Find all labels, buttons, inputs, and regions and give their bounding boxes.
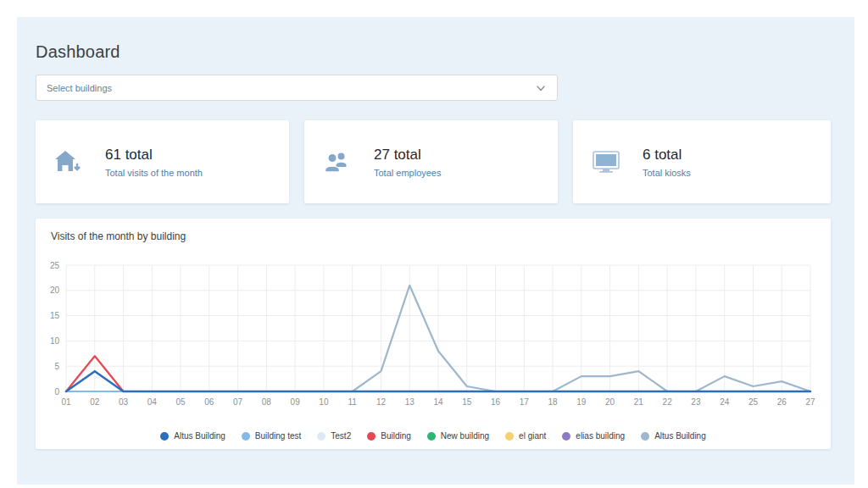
legend-dot <box>242 432 250 441</box>
buildings-select-placeholder: Select buildings <box>47 83 112 93</box>
x-tick-label: 11 <box>348 397 357 407</box>
legend-item-building[interactable]: Building <box>367 431 411 441</box>
legend-dot <box>562 432 570 441</box>
x-tick-label: 23 <box>691 397 701 407</box>
x-tick-label: 19 <box>576 397 587 407</box>
stat-text: 61 total Total visits of the month <box>105 147 203 178</box>
legend-label: Building <box>381 431 411 441</box>
dashboard-panel: Dashboard Select buildings 61 total Tota… <box>17 17 854 485</box>
x-tick-label: 08 <box>262 397 272 407</box>
x-tick-label: 14 <box>433 397 443 407</box>
legend-label: Test2 <box>331 431 351 441</box>
stat-card-visits: 61 total Total visits of the month <box>36 120 289 203</box>
x-tick-label: 05 <box>176 397 186 407</box>
x-tick-label: 21 <box>634 397 644 407</box>
home-icon <box>54 149 83 175</box>
legend-item-test2[interactable]: Test2 <box>317 431 351 441</box>
x-tick-label: 27 <box>805 397 815 407</box>
x-tick-label: 20 <box>605 397 615 407</box>
legend-item-el-giant[interactable]: el giant <box>505 431 546 441</box>
x-tick-label: 12 <box>376 397 387 407</box>
y-tick-label: 20 <box>50 286 60 295</box>
y-tick-label: 5 <box>54 362 59 371</box>
stat-card-employees: 27 total Total employees <box>304 120 558 203</box>
legend-item-new-building[interactable]: New building <box>427 431 489 441</box>
legend-label: el giant <box>519 431 546 441</box>
legend-item-elias-building[interactable]: elias building <box>562 431 625 441</box>
stat-value: 27 total <box>374 147 442 164</box>
stat-cards-row: 61 total Total visits of the month 27 to… <box>36 120 836 203</box>
stat-label: Total employees <box>374 168 442 178</box>
legend-item-altus-building[interactable]: Altus Building <box>641 431 706 441</box>
stat-value: 6 total <box>643 147 691 164</box>
monitor-icon <box>592 149 620 175</box>
x-tick-label: 17 <box>520 397 530 407</box>
x-tick-label: 07 <box>233 397 243 407</box>
x-tick-label: 16 <box>491 397 501 407</box>
x-tick-label: 02 <box>90 397 100 407</box>
y-tick-label: 10 <box>50 336 60 346</box>
x-tick-label: 25 <box>748 397 759 407</box>
chart-legend: Altus BuildingBuilding testTest2Building… <box>36 431 831 441</box>
stat-label: Total kiosks <box>643 168 691 178</box>
legend-label: New building <box>441 431 489 441</box>
visits-chart-card: Visits of the month by building 01020304… <box>36 219 831 449</box>
x-tick-label: 04 <box>147 397 158 407</box>
chart-title: Visits of the month by building <box>51 230 186 242</box>
x-tick-label: 03 <box>119 397 129 407</box>
x-tick-label: 22 <box>663 397 673 407</box>
x-tick-label: 13 <box>405 397 415 407</box>
stat-text: 27 total Total employees <box>374 147 442 178</box>
legend-label: Building test <box>255 431 301 441</box>
legend-dot <box>317 432 326 441</box>
x-tick-label: 09 <box>291 397 301 407</box>
legend-item-building-test[interactable]: Building test <box>242 431 301 441</box>
stat-text: 6 total Total kiosks <box>643 147 691 178</box>
legend-label: Altus Building <box>174 431 225 441</box>
stat-label: Total visits of the month <box>105 168 203 178</box>
y-tick-label: 15 <box>50 311 60 320</box>
y-tick-label: 0 <box>54 387 59 396</box>
x-tick-label: 01 <box>61 397 71 407</box>
stat-card-kiosks: 6 total Total kiosks <box>573 120 831 203</box>
x-tick-label: 18 <box>548 397 559 407</box>
legend-dot <box>641 432 649 441</box>
stat-value: 61 total <box>105 147 203 164</box>
visits-line-chart: 0102030405060708091011121314151617181920… <box>36 251 831 413</box>
page-title: Dashboard <box>36 42 120 62</box>
x-tick-label: 26 <box>777 397 787 407</box>
legend-dot <box>160 432 169 441</box>
legend-label: elias building <box>576 431 625 441</box>
legend-item-altus-building[interactable]: Altus Building <box>160 431 225 441</box>
y-tick-label: 25 <box>50 261 60 270</box>
legend-dot <box>367 432 376 441</box>
people-icon <box>323 149 352 175</box>
legend-label: Altus Building <box>654 431 706 441</box>
x-tick-label: 06 <box>204 397 214 407</box>
chevron-down-icon <box>535 82 547 94</box>
buildings-select[interactable]: Select buildings <box>36 75 558 101</box>
x-tick-label: 24 <box>720 397 730 407</box>
x-tick-label: 15 <box>462 397 472 407</box>
legend-dot <box>505 432 514 441</box>
legend-dot <box>427 432 436 441</box>
x-tick-label: 10 <box>319 397 329 407</box>
